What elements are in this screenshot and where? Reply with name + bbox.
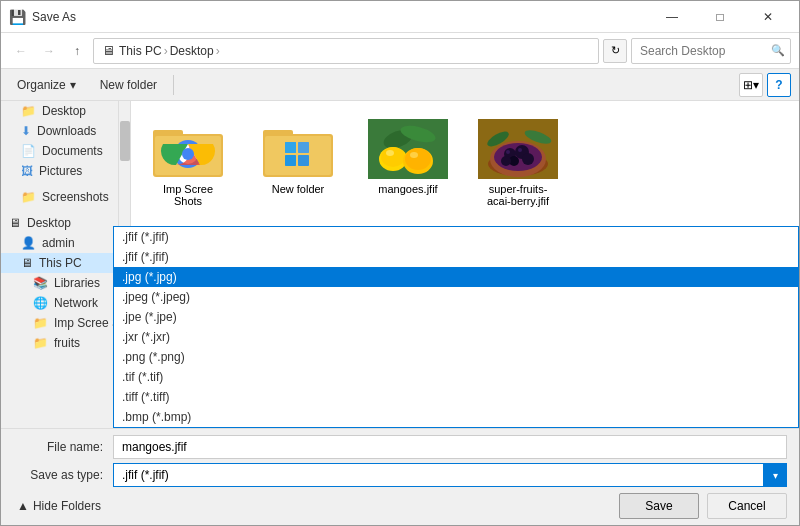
sidebar-item-imp-scree-shots[interactable]: 📁 Imp Scree Shots	[1, 313, 118, 333]
up-button[interactable]: ↑	[65, 39, 89, 63]
organize-arrow: ▾	[70, 78, 76, 92]
dialog-icon: 💾	[9, 9, 26, 25]
refresh-button[interactable]: ↻	[603, 39, 627, 63]
svg-point-25	[410, 152, 418, 158]
dropdown-option-2[interactable]: .jpg (*.jpg)	[114, 267, 798, 287]
downloads-icon: ⬇	[21, 124, 31, 138]
sidebar-wrapper: 📁 Desktop ⬇ Downloads 📄 Documents 🖼 Pict…	[1, 101, 131, 428]
mango-image-svg	[368, 119, 448, 179]
dropdown-overlay: .jfif (*.jfif) .jfif (*.jfif) .jpg (*.jp…	[113, 226, 799, 428]
view-button[interactable]: ⊞ ▾	[739, 73, 763, 97]
save-as-dialog: 💾 Save As — □ ✕ ← → ↑ 🖥 This PC › Deskto…	[0, 0, 800, 526]
sidebar-item-network[interactable]: 🌐 Network	[1, 293, 118, 313]
sidebar-item-label: admin	[42, 236, 75, 250]
svg-rect-16	[298, 155, 309, 166]
sidebar-item-fruits[interactable]: 📁 fruits	[1, 333, 118, 353]
help-button[interactable]: ?	[767, 73, 791, 97]
dropdown-option-9[interactable]: .bmp (*.bmp)	[114, 407, 798, 427]
file-label-mangoes: mangoes.jfif	[378, 183, 437, 195]
dropdown-option-7[interactable]: .tif (*.tif)	[114, 367, 798, 387]
thispc-icon: 🖥	[21, 256, 33, 270]
toolbar: Organize ▾ New folder ⊞ ▾ ?	[1, 69, 799, 101]
file-label-imp: Imp Scree Shots	[149, 183, 227, 207]
sidebar: 📁 Desktop ⬇ Downloads 📄 Documents 🖼 Pict…	[1, 101, 118, 428]
toolbar-separator	[173, 75, 174, 95]
organize-label: Organize	[17, 78, 66, 92]
new-folder-button[interactable]: New folder	[92, 73, 165, 97]
folder-icon-imp-svg	[153, 122, 223, 177]
hide-folders-label: Hide Folders	[33, 499, 101, 513]
sidebar-item-label: Network	[54, 296, 98, 310]
button-row: ▲ Hide Folders Save Cancel	[13, 493, 787, 519]
search-wrapper: 🔍	[631, 38, 791, 64]
admin-icon: 👤	[21, 236, 36, 250]
dropdown-option-3[interactable]: .jpeg (*.jpeg)	[114, 287, 798, 307]
close-button[interactable]: ✕	[745, 1, 791, 33]
address-path[interactable]: 🖥 This PC › Desktop ›	[93, 38, 599, 64]
desktop-icon: 🖥	[9, 216, 21, 230]
forward-button[interactable]: →	[37, 39, 61, 63]
dropdown-option-0[interactable]: .jfif (*.jfif)	[114, 227, 798, 247]
sidebar-item-pictures[interactable]: 🖼 Pictures	[1, 161, 118, 181]
sidebar-item-downloads[interactable]: ⬇ Downloads	[1, 121, 118, 141]
svg-point-5	[182, 148, 194, 160]
filename-input[interactable]	[113, 435, 787, 459]
savetype-row: Save as type: ▾	[13, 463, 787, 487]
back-button[interactable]: ←	[9, 39, 33, 63]
svg-point-24	[386, 150, 394, 156]
sidebar-item-desktop-quick[interactable]: 📁 Desktop	[1, 101, 118, 121]
savetype-input[interactable]	[113, 463, 787, 487]
sidebar-item-label: This PC	[39, 256, 82, 270]
file-item-imp-scree-shots[interactable]: Imp Scree Shots	[143, 113, 233, 213]
dropdown-option-6[interactable]: .png (*.png)	[114, 347, 798, 367]
svg-point-34	[501, 156, 511, 166]
minimize-button[interactable]: —	[649, 1, 695, 33]
folder-icon: 📁	[21, 104, 36, 118]
maximize-button[interactable]: □	[697, 1, 743, 33]
folder-thumb-new	[258, 119, 338, 179]
dropdown-option-8[interactable]: .tiff (*.tiff)	[114, 387, 798, 407]
dropdown-option-5[interactable]: .jxr (*.jxr)	[114, 327, 798, 347]
view-arrow: ▾	[753, 78, 759, 92]
svg-rect-15	[285, 155, 296, 166]
hide-folders-toggle[interactable]: ▲ Hide Folders	[17, 493, 101, 519]
new-folder-label: New folder	[100, 78, 157, 92]
sidebar-item-screenshots[interactable]: 📁 Screenshots	[1, 187, 118, 207]
documents-icon: 📄	[21, 144, 36, 158]
imp-folder-icon: 📁	[33, 316, 48, 330]
organize-button[interactable]: Organize ▾	[9, 73, 84, 97]
cancel-button[interactable]: Cancel	[707, 493, 787, 519]
search-input[interactable]	[631, 38, 791, 64]
image-thumb-mangoes	[368, 119, 448, 179]
network-icon: 🌐	[33, 296, 48, 310]
sidebar-item-libraries[interactable]: 📚 Libraries	[1, 273, 118, 293]
acai-image-svg	[478, 119, 558, 179]
svg-point-21	[381, 147, 405, 167]
sidebar-item-thispc[interactable]: 🖥 This PC	[1, 253, 118, 273]
svg-point-23	[405, 148, 431, 170]
dropdown-option-4[interactable]: .jpe (*.jpe)	[114, 307, 798, 327]
svg-point-35	[506, 150, 510, 154]
svg-rect-14	[298, 142, 309, 153]
view-icon: ⊞	[743, 78, 753, 92]
file-item-new-folder[interactable]: New folder	[253, 113, 343, 213]
title-bar-left: 💾 Save As	[9, 9, 76, 25]
sidebar-item-admin[interactable]: 👤 admin	[1, 233, 118, 253]
file-item-acai[interactable]: super-fruits-acai-berry.jfif	[473, 113, 563, 213]
dropdown-option-1[interactable]: .jfif (*.jfif)	[114, 247, 798, 267]
file-item-mangoes[interactable]: mangoes.jfif	[363, 113, 453, 213]
svg-point-36	[518, 148, 522, 152]
screenshots-icon: 📁	[21, 190, 36, 204]
sidebar-item-label: Documents	[42, 144, 103, 158]
sidebar-item-documents[interactable]: 📄 Documents	[1, 141, 118, 161]
filename-label: File name:	[13, 440, 113, 454]
hide-folders-arrow: ▲	[17, 499, 29, 513]
scrollbar-thumb	[120, 121, 130, 161]
dialog-title: Save As	[32, 10, 76, 24]
savetype-dropdown-arrow[interactable]: ▾	[763, 463, 787, 487]
sidebar-item-desktop[interactable]: 🖥 Desktop	[1, 213, 118, 233]
sidebar-item-label: Screenshots	[42, 190, 109, 204]
save-button[interactable]: Save	[619, 493, 699, 519]
svg-rect-8	[265, 136, 331, 175]
sidebar-item-label: fruits	[54, 336, 80, 350]
